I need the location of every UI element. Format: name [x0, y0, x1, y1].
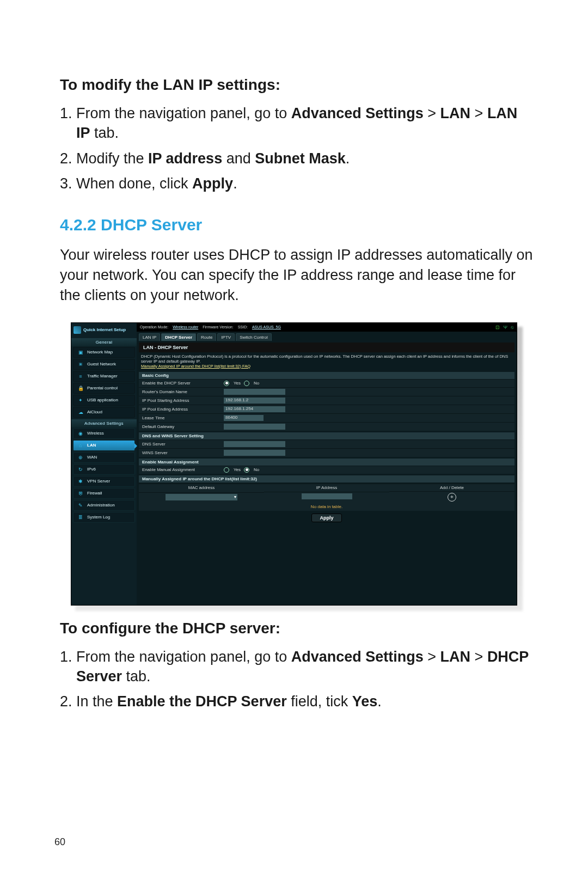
- router-topbar: Operation Mode: Wireless router Firmware…: [137, 323, 517, 332]
- radio-manual-no[interactable]: [244, 467, 249, 473]
- step-2: In the Enable the DHCP Server field, tic…: [76, 692, 534, 711]
- sidebar-item-traffic-manager[interactable]: ≡Traffic Manager: [73, 371, 135, 382]
- lan-tabs: LAN IP DHCP Server Route IPTV Switch Con…: [137, 332, 517, 341]
- row-dns-server: DNS Server: [139, 439, 514, 448]
- faq-link[interactable]: Manually Assigned IP around the DHCP lis…: [141, 364, 250, 369]
- sidebar-item-system-log[interactable]: ≣System Log: [73, 512, 135, 523]
- input-wins-server[interactable]: [224, 450, 285, 456]
- sidebar-item-aicloud[interactable]: ☁AiCloud: [73, 407, 135, 418]
- sidebar-item-wan[interactable]: ⊕WAN: [73, 452, 135, 463]
- radio-manual-yes[interactable]: [224, 467, 229, 473]
- guest-icon: ⛯: [77, 361, 84, 368]
- radio-no[interactable]: [244, 381, 249, 386]
- shield-icon: ⛨: [77, 490, 84, 497]
- no-data-message: No data in table.: [139, 503, 514, 511]
- intro-paragraph: Your wireless router uses DHCP to assign…: [60, 245, 534, 306]
- row-enable-dhcp: Enable the DHCP Server Yes No: [139, 379, 514, 387]
- sidebar-item-vpn-server[interactable]: ✱VPN Server: [73, 476, 135, 487]
- globe-icon: ⊕: [77, 454, 84, 461]
- sidebar-item-firewall[interactable]: ⛨Firewall: [73, 488, 135, 499]
- input-domain-name[interactable]: [224, 389, 285, 395]
- link-status-icon: ⎋: [511, 325, 513, 330]
- step-1: From the navigation panel, go to Advance…: [76, 647, 534, 687]
- tab-switch-control[interactable]: Switch Control: [236, 333, 272, 341]
- sidebar-item-administration[interactable]: ✎Administration: [73, 500, 135, 511]
- input-default-gateway[interactable]: [224, 424, 285, 430]
- sidebar-header-advanced: Advanced Settings: [71, 419, 137, 427]
- steps-modify-lan-ip: From the navigation panel, go to Advance…: [60, 103, 534, 194]
- tab-dhcp-server[interactable]: DHCP Server: [161, 333, 196, 341]
- section-heading-dhcp: 4.2.2 DHCP Server: [60, 216, 534, 234]
- usb-status-icon: ⊡: [495, 325, 500, 330]
- input-dns-server[interactable]: [224, 441, 285, 447]
- page-number: 60: [54, 836, 65, 848]
- section-manual-assignment: Enable Manual Assignment: [139, 459, 514, 466]
- map-icon: ▣: [77, 349, 84, 356]
- log-icon: ≣: [77, 514, 84, 521]
- steps-configure-dhcp: From the navigation panel, go to Advance…: [60, 647, 534, 712]
- tab-route[interactable]: Route: [197, 333, 216, 341]
- tab-iptv[interactable]: IPTV: [217, 333, 235, 341]
- row-lease-time: Lease Time 86400: [139, 413, 514, 422]
- sidebar-item-parental-control[interactable]: 🔒Parental control: [73, 383, 135, 394]
- quick-internet-setup[interactable]: Quick Internet Setup: [71, 323, 137, 337]
- input-ip-address[interactable]: [302, 493, 352, 499]
- heading-configure-dhcp: To configure the DHCP server:: [60, 620, 534, 637]
- panel-title: LAN - DHCP Server: [139, 343, 514, 352]
- row-enable-manual: Enable Manual Assignment Yes No: [139, 466, 514, 474]
- sidebar-item-lan[interactable]: ⌂LAN: [73, 440, 135, 451]
- heading-modify-lan-ip: To modify the LAN IP settings:: [60, 76, 534, 94]
- sidebar-item-network-map[interactable]: ▣Network Map: [73, 347, 135, 358]
- input-lease-time[interactable]: 86400: [224, 415, 264, 421]
- ssid-link[interactable]: ASUS ASUS_5G: [252, 325, 281, 329]
- step-2: Modify the IP address and Subnet Mask.: [76, 149, 534, 168]
- sidebar-header-general: General: [71, 338, 137, 346]
- input-ip-end[interactable]: 192.168.1.254: [224, 406, 285, 412]
- radio-yes[interactable]: [224, 381, 229, 386]
- add-button[interactable]: +: [448, 493, 456, 502]
- section-dns-wins: DNS and WINS Server Setting: [139, 432, 514, 439]
- house-icon: ⌂: [77, 442, 84, 449]
- apply-button[interactable]: Apply: [311, 514, 341, 522]
- cloud-icon: ☁: [77, 409, 84, 415]
- row-default-gateway: Default Gateway: [139, 422, 514, 431]
- row-ip-start: IP Pool Starting Address 192.168.1.2: [139, 396, 514, 405]
- traffic-icon: ≡: [77, 373, 84, 380]
- admin-icon: ✎: [77, 502, 84, 509]
- sidebar-item-guest-network[interactable]: ⛯Guest Network: [73, 359, 135, 370]
- step-1: From the navigation panel, go to Advance…: [76, 103, 534, 143]
- wifi-icon: ◉: [77, 430, 84, 437]
- row-ip-end: IP Pool Ending Address 192.168.1.254: [139, 405, 514, 413]
- ipv6-icon: ↻: [77, 466, 84, 473]
- router-screenshot: Quick Internet Setup General ▣Network Ma…: [71, 322, 517, 606]
- sidebar-item-wireless[interactable]: ◉Wireless: [73, 428, 135, 439]
- section-basic-config: Basic Config: [139, 372, 514, 379]
- router-sidebar: Quick Internet Setup General ▣Network Ma…: [71, 323, 137, 605]
- sidebar-item-usb-application[interactable]: ✦USB application: [73, 395, 135, 406]
- mac-dropdown[interactable]: [166, 494, 237, 500]
- row-domain-name: Router's Domain Name: [139, 387, 514, 396]
- lock-icon: 🔒: [77, 385, 84, 392]
- input-ip-start[interactable]: 192.168.1.2: [224, 398, 285, 404]
- sidebar-item-ipv6[interactable]: ↻IPv6: [73, 464, 135, 475]
- vpn-icon: ✱: [77, 478, 84, 485]
- step-3: When done, click Apply.: [76, 174, 534, 193]
- row-wins-server: WINS Server: [139, 448, 514, 457]
- dhcp-table-input-row: +: [139, 491, 514, 503]
- tab-lan-ip[interactable]: LAN IP: [139, 333, 160, 341]
- router-main: Operation Mode: Wireless router Firmware…: [137, 323, 517, 605]
- usb-icon: ✦: [77, 397, 84, 404]
- op-mode-link[interactable]: Wireless router: [173, 325, 198, 329]
- panel-description: DHCP (Dynamic Host Configuration Protoco…: [137, 352, 517, 370]
- dhcp-table-header: MAC address IP Address Add / Delete: [139, 484, 514, 491]
- section-dhcp-list: Manually Assigned IP around the DHCP lis…: [139, 475, 514, 482]
- wand-icon: [74, 326, 81, 334]
